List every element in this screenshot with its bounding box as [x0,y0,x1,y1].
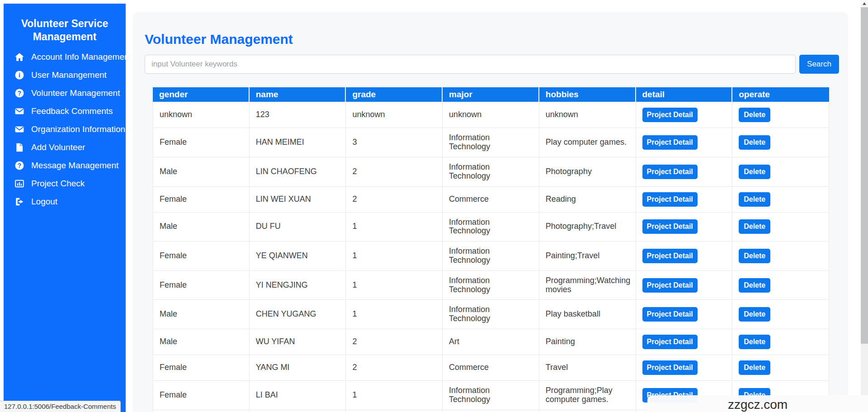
cell-operate: Delete [732,300,829,329]
project-detail-button[interactable]: Project Detail [642,249,698,263]
cell-detail: Project Detail [636,242,733,271]
cell-gender: Female [153,381,250,410]
cell-major: Information Technology [443,300,539,329]
cell-hobbies: Photography;Travel [539,213,636,242]
cell-name: YANG MI [250,355,346,381]
table-row: MaleLIN CHAOFENG2Information TechnologyP… [153,157,829,187]
table-row: FemaleHAN MEIMEI3Information TechnologyP… [153,128,829,157]
delete-button[interactable]: Delete [739,165,770,179]
cell-major: Commerce [443,187,539,213]
column-header-detail: detail [636,87,733,102]
cell-grade: 3 [346,128,443,157]
cell-operate: Delete [732,271,829,300]
project-detail-button[interactable]: Project Detail [642,165,698,179]
sidebar-item-label: User Manangement [31,70,107,80]
sidebar-item-label: Organization Information [31,124,125,134]
sidebar-item-organization-information[interactable]: Organization Information [4,120,126,138]
cell-operate: Delete [732,157,829,187]
delete-button[interactable]: Delete [739,108,770,122]
scroll-up-button[interactable] [861,0,868,7]
scroll-up-arrow-icon [863,2,866,5]
delete-button[interactable]: Delete [739,335,770,349]
sidebar-item-feedback-comments[interactable]: Feedback Comments [4,102,126,120]
cell-grade: 2 [346,187,443,213]
page-title: Volunteer Management [134,13,847,47]
sidebar-item-user-manangement[interactable]: iUser Manangement [4,66,126,84]
cell-hobbies: Play basketball [539,300,636,329]
sidebar-item-label: Account Info Management [31,52,132,62]
cell-operate: Delete [732,355,829,381]
search-input[interactable] [145,55,796,74]
cell-major: Information Technology [443,242,539,271]
sidebar-item-label: Project Check [31,179,85,189]
cell-grade: 1 [346,242,443,271]
delete-button[interactable]: Delete [739,249,770,263]
cell-major: Commerce [443,355,539,381]
cell-hobbies: Painting [539,410,636,412]
watermark-text: zzgcz.com [728,398,788,412]
sidebar-item-logout[interactable]: Logout [4,193,126,211]
cell-hobbies: Painting [539,329,636,355]
sidebar-item-label: Logout [31,197,57,207]
delete-button[interactable]: Delete [739,219,770,234]
cell-grade: 1 [346,300,443,329]
delete-button[interactable]: Delete [739,135,770,150]
cell-operate: Delete [732,102,829,128]
volunteer-table: gendernamegrademajorhobbiesdetailoperate… [153,87,829,412]
cell-detail: Project Detail [636,355,733,381]
envelope-icon [14,124,24,134]
sidebar-item-label: Add Volunteer [31,142,85,152]
cell-gender: Male [153,300,250,329]
cell-detail: Project Detail [636,102,733,128]
sidebar: Volunteer Service Management Account Inf… [4,4,126,412]
sidebar-item-project-check[interactable]: Project Check [4,175,126,193]
sidebar-item-add-volunteer[interactable]: Add Volunteer [4,138,126,156]
project-detail-button[interactable]: Project Detail [642,360,698,375]
sidebar-item-label: Message Management [31,161,118,170]
column-header-gender: gender [153,87,250,102]
search-button[interactable]: Search [799,55,839,74]
column-header-name: name [250,87,346,102]
project-detail-button[interactable]: Project Detail [642,335,698,349]
cell-grade: 1 [346,271,443,300]
sidebar-item-volunteer-management[interactable]: ?Volunteer Management [4,84,126,102]
status-bar-url: 127.0.0.1:5006/Feedback-Comments [0,401,121,412]
cell-grade: 2 [346,157,443,187]
svg-text:?: ? [18,162,21,169]
delete-button[interactable]: Delete [739,307,770,322]
cell-detail: Project Detail [636,157,733,187]
cell-grade: 2 [346,329,443,355]
sidebar-item-account-info-management[interactable]: Account Info Management [4,48,126,66]
sidebar-item-message-management[interactable]: ?Message Management [4,156,126,175]
delete-button[interactable]: Delete [739,278,770,293]
svg-text:i: i [19,72,20,79]
cell-gender: Male [153,329,250,355]
delete-button[interactable]: Delete [739,192,770,207]
cell-major: Information Technology [443,213,539,242]
project-detail-button[interactable]: Project Detail [642,219,698,234]
project-detail-button[interactable]: Project Detail [642,307,698,322]
cell-operate: Delete [732,187,829,213]
info-icon: i [14,70,24,80]
project-detail-button[interactable]: Project Detail [642,108,698,122]
project-detail-button[interactable]: Project Detail [642,135,698,150]
table-row: FemaleLIN WEI XUAN2CommerceReadingProjec… [153,187,829,213]
cell-gender: unknown [153,102,250,128]
table-row: MaleWU YIFAN2ArtPaintingProject DetailDe… [153,329,829,355]
cell-detail: Project Detail [636,128,733,157]
cell-hobbies: Photography [539,157,636,187]
cell-name: LIN WEI XUAN [250,187,346,213]
project-detail-button[interactable]: Project Detail [642,192,698,207]
scrollbar-thumb[interactable] [861,7,868,344]
cell-name: HAN MEIMEI [250,128,346,157]
sidebar-item-label: Feedback Comments [31,106,113,116]
cell-name: 123 [250,102,346,128]
project-detail-button[interactable]: Project Detail [642,278,698,293]
table-row: MaleDU FU1Information TechnologyPhotogra… [153,213,829,242]
cell-gender: Female [153,410,250,412]
cell-name: YE QIANWEN [250,242,346,271]
delete-button[interactable]: Delete [739,360,770,375]
cell-hobbies: Play computer games. [539,128,636,157]
scrollbar[interactable] [861,0,868,412]
cell-gender: Female [153,128,250,157]
